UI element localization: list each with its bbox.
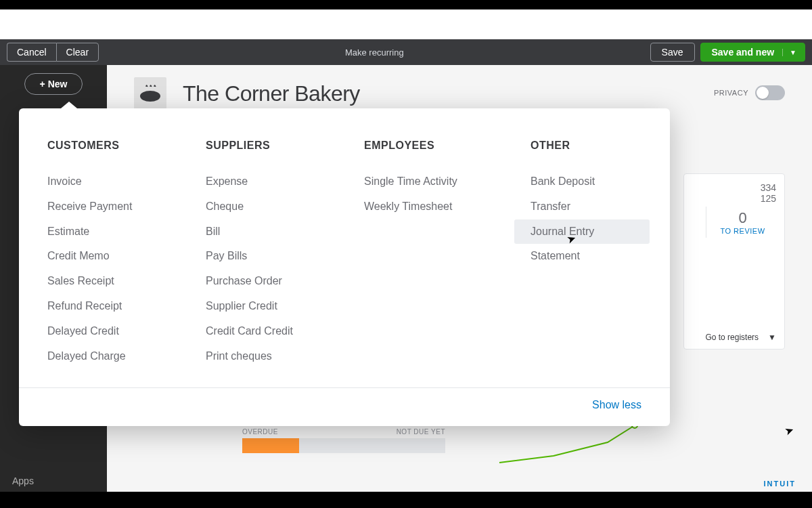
show-less-link[interactable]: Show less — [592, 399, 641, 410]
mega-item-delayed-charge[interactable]: Delayed Charge — [47, 344, 206, 369]
mega-item-refund-receipt[interactable]: Refund Receipt — [47, 294, 206, 319]
mega-column-header: EMPLOYEES — [364, 140, 531, 152]
mega-item-cheque[interactable]: Cheque — [206, 194, 364, 219]
mega-column-header: CUSTOMERS — [47, 140, 206, 152]
overdue-label: OVERDUE — [242, 428, 278, 436]
mega-item-transfer[interactable]: Transfer — [531, 194, 673, 219]
mega-item-bill[interactable]: Bill — [206, 219, 364, 245]
go-to-registers-label: Go to registers — [705, 333, 759, 342]
card-val-2: 125 — [692, 193, 776, 204]
company-logo — [134, 77, 166, 110]
mega-item-expense[interactable]: Expense — [206, 169, 364, 194]
new-button[interactable]: + New — [24, 73, 83, 95]
intuit-brand: INTUIT — [764, 480, 796, 488]
privacy-toggle[interactable] — [755, 85, 785, 100]
mega-item-single-time-activity[interactable]: Single Time Activity — [364, 169, 531, 194]
create-menu-panel: CUSTOMERSInvoiceReceive PaymentEstimateC… — [19, 108, 670, 426]
mega-item-print-cheques[interactable]: Print cheques — [206, 344, 364, 369]
mega-item-estimate[interactable]: Estimate — [47, 219, 206, 245]
to-review-label[interactable]: TO REVIEW — [709, 227, 776, 235]
save-dropdown-caret-icon[interactable]: ▼ — [782, 49, 796, 56]
mega-item-credit-card-credit[interactable]: Credit Card Credit — [206, 319, 364, 344]
mega-item-invoice[interactable]: Invoice — [47, 169, 206, 194]
mega-item-journal-entry[interactable]: Journal Entry — [514, 219, 650, 245]
cancel-button[interactable]: Cancel — [7, 43, 56, 62]
make-recurring-link[interactable]: Make recurring — [345, 47, 404, 58]
mega-column-header: OTHER — [531, 140, 673, 152]
go-to-registers-link[interactable]: Go to registers ▼ — [705, 333, 776, 342]
mega-item-sales-receipt[interactable]: Sales Receipt — [47, 269, 206, 294]
bread-icon — [139, 84, 162, 103]
card-val-1: 334 — [692, 182, 776, 193]
save-and-new-label: Save and new — [712, 47, 775, 58]
privacy-label: PRIVACY — [714, 89, 748, 97]
to-review-count: 0 — [709, 209, 776, 227]
save-button[interactable]: Save — [650, 43, 695, 62]
company-name: The Corner Bakery — [183, 81, 360, 106]
save-and-new-button[interactable]: Save and new ▼ — [700, 43, 806, 62]
sidebar-item-apps[interactable]: Apps — [12, 475, 34, 486]
bank-summary-card: 334 125 0 TO REVIEW Go to registers ▼ — [683, 173, 785, 350]
mega-item-receive-payment[interactable]: Receive Payment — [47, 194, 206, 219]
mega-item-purchase-order[interactable]: Purchase Order — [206, 269, 364, 294]
mega-item-supplier-credit[interactable]: Supplier Credit — [206, 294, 364, 319]
mega-item-pay-bills[interactable]: Pay Bills — [206, 244, 364, 269]
svg-point-0 — [140, 91, 160, 102]
invoice-bar-chart — [242, 438, 445, 453]
mega-item-weekly-timesheet[interactable]: Weekly Timesheet — [364, 194, 531, 219]
action-bar: Cancel Clear Make recurring Save Save an… — [0, 39, 812, 65]
mega-column-header: SUPPLIERS — [206, 140, 364, 152]
chevron-down-icon: ▼ — [768, 333, 776, 342]
mega-item-delayed-credit[interactable]: Delayed Credit — [47, 319, 206, 344]
mega-item-bank-deposit[interactable]: Bank Deposit — [531, 169, 673, 194]
not-due-label: NOT DUE YET — [397, 428, 445, 436]
mega-item-credit-memo[interactable]: Credit Memo — [47, 244, 206, 269]
clear-button[interactable]: Clear — [56, 43, 99, 62]
mega-item-statement[interactable]: Statement — [531, 244, 673, 269]
browser-chrome — [0, 9, 812, 39]
